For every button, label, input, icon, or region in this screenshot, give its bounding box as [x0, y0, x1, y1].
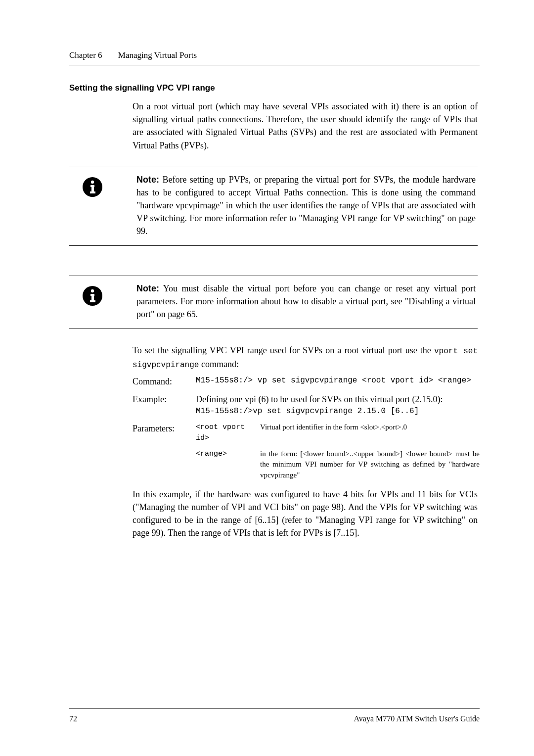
section-heading: Setting the signalling VPC VPI range	[69, 82, 480, 94]
note-block: Note: You must disable the virtual port …	[69, 276, 478, 329]
command-label: Command:	[133, 375, 196, 388]
info-icon	[69, 173, 112, 198]
body-paragraph: To set the signalling VPC VPI range used…	[133, 344, 478, 371]
parameter-desc: Virtual port identifier in the form <slo…	[260, 422, 480, 444]
note-text: Note: Before setting up PVPs, or prepari…	[136, 173, 476, 237]
svg-point-6	[91, 289, 94, 292]
note-block: Note: Before setting up PVPs, or prepari…	[69, 167, 478, 246]
text-tail: command:	[199, 359, 238, 369]
example-row: Example: Defining one vpi (6) to be used…	[133, 393, 480, 417]
command-row: Command: M15-155s8:/> vp set sigvpcvpira…	[133, 375, 480, 388]
parameter-desc: in the form: [<lower bound>..<upper boun…	[260, 449, 480, 481]
parameter-name: <root vport id>	[196, 422, 260, 444]
parameter-row: Parameters: <root vport id> Virtual port…	[133, 422, 480, 444]
command-text: M15-155s8:/> vp set sigvpcvpirange <root…	[196, 375, 480, 388]
header-rule	[69, 65, 480, 65]
chapter-header: Chapter 6 Managing Virtual Ports	[69, 49, 480, 62]
footer-right: Avaya M770 ATM Switch User's Guide	[354, 713, 480, 724]
page-footer: 72 Avaya M770 ATM Switch User's Guide	[69, 705, 480, 724]
note-body: Before setting up PVPs, or preparing the…	[136, 175, 476, 236]
svg-rect-4	[90, 191, 95, 193]
example-label: Example:	[133, 393, 196, 417]
example-content: Defining one vpi (6) to be used for SVPs…	[196, 393, 480, 417]
body-paragraph: In this example, if the hardware was con…	[133, 488, 478, 539]
info-icon	[69, 282, 112, 307]
svg-rect-9	[90, 300, 95, 302]
chapter-title: Managing Virtual Ports	[118, 50, 197, 60]
note-text: Note: You must disable the virtual port …	[136, 282, 476, 321]
body-paragraph: On a root virtual port (which may have s…	[133, 100, 478, 151]
svg-point-1	[91, 180, 94, 183]
page-number: 72	[69, 713, 77, 724]
note-body: You must disable the virtual port before…	[136, 284, 476, 319]
parameter-name: <range>	[196, 449, 260, 481]
text-lead: To set the signalling VPC VPI range used…	[133, 345, 434, 355]
note-label: Note:	[136, 175, 159, 185]
parameters-label: Parameters:	[133, 422, 196, 444]
example-intro: Defining one vpi (6) to be used for SVPs…	[196, 393, 480, 406]
footer-rule	[69, 709, 480, 709]
chapter-number: Chapter 6	[69, 50, 102, 60]
parameters-label-empty	[133, 449, 196, 481]
note-label: Note:	[136, 284, 159, 293]
example-command: M15-155s8:/>vp set sigvpcvpirange 2.15.0…	[196, 406, 480, 417]
parameter-row: <range> in the form: [<lower bound>..<up…	[133, 449, 480, 481]
